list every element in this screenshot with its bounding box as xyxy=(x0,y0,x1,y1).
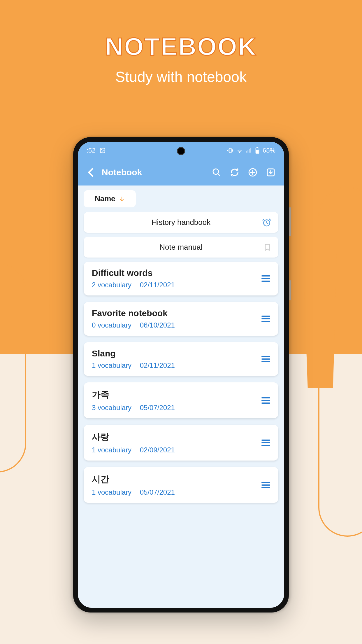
notebook-date: 05/07/2021 xyxy=(140,488,175,496)
phone-side-button xyxy=(289,280,291,300)
notebook-title: 사랑 xyxy=(92,431,261,443)
promo-subtitle: Study with notebook xyxy=(0,69,362,85)
back-button[interactable] xyxy=(85,168,96,177)
phone-side-button xyxy=(289,207,291,236)
sync-button[interactable] xyxy=(228,166,241,179)
notebook-menu-button[interactable] xyxy=(261,316,270,322)
bookmark-icon xyxy=(263,243,271,252)
status-time: :52 xyxy=(87,147,96,154)
notebook-title: Favorite notebook xyxy=(92,308,261,318)
notebook-menu-button[interactable] xyxy=(261,440,270,446)
notebook-date: 02/11/2021 xyxy=(140,281,175,289)
notebook-count: 1 vocabulary xyxy=(92,361,131,369)
content-area: Name History handbook Note manual xyxy=(78,186,284,514)
note-manual-row[interactable]: Note manual xyxy=(84,237,278,258)
app-title: Notebook xyxy=(102,167,205,177)
notebook-count: 0 vocabulary xyxy=(92,321,131,329)
battery-icon xyxy=(255,147,260,154)
sort-selector[interactable]: Name xyxy=(84,190,136,207)
svg-rect-7 xyxy=(250,148,251,153)
notebook-count: 1 vocabulary xyxy=(92,446,131,454)
svg-rect-9 xyxy=(257,147,258,148)
bg-decorative-pill-right xyxy=(318,187,362,537)
notebook-title: Slang xyxy=(92,349,261,358)
promo-title: NOTEBOOK xyxy=(0,32,362,61)
svg-point-3 xyxy=(239,152,240,153)
notebook-card[interactable]: Difficult words 2 vocabulary 02/11/2021 xyxy=(84,262,278,295)
notebook-menu-button[interactable] xyxy=(261,356,270,362)
notebook-title: 가족 xyxy=(92,389,261,401)
notebook-card[interactable]: 사랑 1 vocabulary 02/09/2021 xyxy=(84,425,278,461)
signal-icon xyxy=(246,147,252,154)
note-manual-label: Note manual xyxy=(159,243,202,252)
notebook-card[interactable]: 시간 1 vocabulary 05/07/2021 xyxy=(84,467,278,503)
svg-rect-2 xyxy=(229,148,231,153)
notebook-title: Difficult words xyxy=(92,268,261,278)
notebook-card[interactable]: Slang 1 vocabulary 02/11/2021 xyxy=(84,342,278,376)
sort-label: Name xyxy=(95,194,115,203)
history-handbook-label: History handbook xyxy=(152,218,210,227)
app-bar: Notebook xyxy=(78,159,284,186)
notebook-count: 2 vocabulary xyxy=(92,281,131,289)
svg-point-1 xyxy=(101,149,102,150)
clock-icon xyxy=(262,218,271,227)
notebook-date: 02/09/2021 xyxy=(140,446,175,454)
notebook-count: 1 vocabulary xyxy=(92,488,131,496)
wifi-icon xyxy=(236,147,243,154)
notebook-count: 3 vocabulary xyxy=(92,404,131,412)
status-battery-percent: 65% xyxy=(263,147,275,154)
bg-decorative-pill-left xyxy=(0,262,26,473)
arrow-down-icon xyxy=(119,196,125,202)
svg-rect-6 xyxy=(249,149,250,153)
notebook-card[interactable]: 가족 3 vocabulary 05/07/2021 xyxy=(84,382,278,418)
notebook-date: 02/11/2021 xyxy=(140,361,175,369)
svg-rect-4 xyxy=(246,151,247,153)
svg-rect-10 xyxy=(256,150,259,153)
svg-rect-5 xyxy=(247,150,248,153)
phone-mockup-frame: :52 65% xyxy=(73,137,289,612)
notebook-card[interactable]: Favorite notebook 0 vocabulary 06/10/202… xyxy=(84,302,278,336)
search-button[interactable] xyxy=(210,166,223,179)
download-button[interactable] xyxy=(264,166,277,179)
vibrate-icon xyxy=(227,147,233,154)
image-icon xyxy=(100,148,106,153)
notebook-date: 06/10/2021 xyxy=(140,321,175,329)
notebook-menu-button[interactable] xyxy=(261,482,270,488)
notebook-date: 05/07/2021 xyxy=(140,404,175,412)
camera-notch xyxy=(177,147,185,155)
add-button[interactable] xyxy=(246,166,259,179)
notebook-menu-button[interactable] xyxy=(261,397,270,404)
notebook-menu-button[interactable] xyxy=(261,275,270,282)
phone-screen: :52 65% xyxy=(78,142,284,608)
notebook-title: 시간 xyxy=(92,473,261,485)
history-handbook-row[interactable]: History handbook xyxy=(84,212,278,233)
